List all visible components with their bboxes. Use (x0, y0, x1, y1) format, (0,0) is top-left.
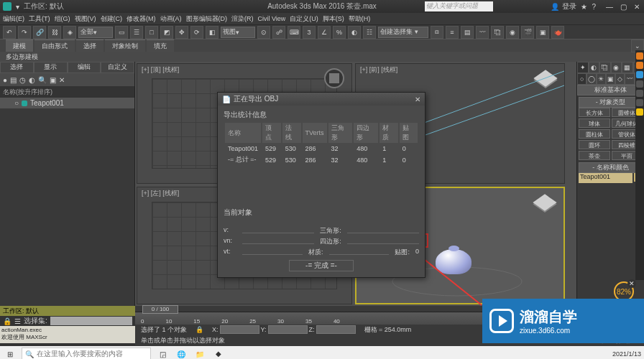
pivot-button[interactable]: ⊙ (257, 26, 270, 39)
se-tool2-icon[interactable]: ◐ (29, 76, 35, 84)
btn-box[interactable]: 长方体 (579, 108, 610, 117)
ribbon-tab-selection[interactable]: 选择 (76, 39, 104, 52)
se-filter-icon[interactable]: ▤ (10, 76, 17, 84)
create-helpers-button[interactable]: ◇ (615, 73, 625, 85)
edge-icon[interactable]: 🌐 (174, 348, 188, 359)
selset-lock-icon[interactable]: 🔒 (3, 317, 12, 325)
ribbon-tab-object-paint[interactable]: 对象绘制 (105, 39, 145, 52)
btn-cylinder[interactable]: 圆柱体 (579, 129, 610, 139)
viewcube-persp[interactable] (533, 192, 556, 215)
scene-item-teapot[interactable]: ○ Teapot001 (0, 98, 134, 108)
cmd-tab-hierarchy[interactable]: ⿻ (599, 62, 611, 73)
region-rect-button[interactable]: □ (145, 26, 158, 39)
unlink-button[interactable]: ⛓ (48, 26, 61, 39)
login-button[interactable]: 👤 登录 (551, 1, 576, 11)
curve-editor-button[interactable]: 〰 (476, 26, 489, 39)
expand-icon[interactable]: ○ (14, 99, 19, 107)
schematic-button[interactable]: ⿻ (491, 26, 504, 39)
scale-button[interactable]: ◧ (206, 26, 218, 39)
bind-button[interactable]: ◈ (63, 26, 76, 39)
menu-customize[interactable]: 自定义(U) (290, 14, 318, 24)
maxscript-listener[interactable]: actionMan.exec 欢迎使用 MAXScr (0, 326, 135, 343)
manipulate-button[interactable]: ☍ (272, 26, 285, 39)
select-button[interactable]: ▭ (115, 26, 128, 39)
redo-button[interactable]: ↷ (18, 26, 31, 39)
rollout-name-color[interactable]: - 名称和颜色 (579, 162, 643, 173)
spinner-snap-button[interactable]: ◐ (348, 26, 361, 39)
ribbon-tab-modeling[interactable]: 建模 (6, 39, 33, 52)
create-lights-button[interactable]: ☀ (597, 73, 606, 85)
workspace-label[interactable]: 工作区: 默认 (24, 1, 64, 11)
lock-selection-icon[interactable]: 🔒 (196, 326, 203, 333)
cmd-tab-create[interactable]: ✦ (577, 62, 589, 73)
vp-top-label[interactable]: [+] [顶] [线框] (142, 65, 179, 75)
explorer-icon[interactable]: 📁 (193, 348, 207, 359)
strip-icon[interactable] (636, 108, 643, 116)
se-search-icon[interactable]: 🔍 (38, 76, 47, 84)
btn-teapot[interactable]: 茶壶 (579, 151, 610, 160)
close-icon[interactable]: ✕ (634, 3, 640, 11)
link-button[interactable]: 🔗 (33, 26, 46, 39)
render-setup-button[interactable]: 🎬 (521, 26, 534, 39)
selection-filter-dropdown[interactable]: 全部 ▾ (78, 27, 113, 38)
menu-tools[interactable]: 工具(T) (29, 14, 50, 24)
ribbon-tab-freeform[interactable]: 自由形式 (34, 39, 75, 52)
app-task-icon[interactable]: ◆ (211, 348, 226, 359)
menu-views[interactable]: 视图(V) (75, 14, 96, 24)
menu-edit[interactable]: 编辑(E) (3, 14, 24, 24)
scene-explorer-list[interactable]: ○ Teapot001 (0, 98, 134, 284)
menu-group[interactable]: 组(G) (55, 14, 70, 24)
menu-create[interactable]: 创建(C) (101, 14, 123, 24)
create-geometry-button[interactable]: ○ (577, 73, 586, 85)
create-category-dropdown[interactable]: 标准基本体 (577, 85, 644, 95)
cmd-tab-motion[interactable]: ◉ (611, 62, 622, 73)
btn-sphere[interactable]: 球体 (579, 118, 610, 128)
angle-snap-button[interactable]: ∠ (318, 26, 331, 39)
strip-icon[interactable] (636, 99, 643, 106)
create-space-button[interactable]: 〰 (625, 73, 634, 85)
keyboard-shortcut-button[interactable]: ⌨ (288, 26, 300, 39)
window-crossing-button[interactable]: ◩ (160, 26, 173, 39)
lp-tab-edit[interactable]: 编辑 (68, 62, 101, 73)
ribbon-tab-populate[interactable]: 填充 (147, 39, 174, 52)
windows-search-input[interactable]: 🔍 在这里输入你要搜索的内容 (22, 348, 151, 359)
undo-button[interactable]: ↶ (3, 26, 16, 39)
help-search-input[interactable]: 键入关键字或问题 (425, 1, 493, 11)
mirror-button[interactable]: ⧈ (431, 26, 443, 39)
main-menu[interactable]: 编辑(E) 工具(T) 组(G) 视图(V) 创建(C) 修改器(M) 动画(A… (0, 13, 644, 24)
cmd-tab-display[interactable]: ▦ (622, 62, 633, 73)
strip-icon[interactable] (636, 52, 643, 60)
coord-z-input[interactable] (316, 325, 356, 334)
material-editor-button[interactable]: ◉ (506, 26, 519, 39)
object-name-field[interactable]: Teapot001 (579, 173, 632, 183)
btn-torus[interactable]: 圆环 (579, 140, 610, 149)
coord-x-input[interactable] (220, 325, 259, 334)
strip-icon[interactable] (636, 80, 643, 88)
menu-render[interactable]: 渲染(R) (231, 14, 254, 24)
menu-maxscript[interactable]: 脚本(S) (323, 14, 344, 24)
menu-help[interactable]: 帮助(H) (349, 14, 371, 24)
strip-icon[interactable] (636, 71, 643, 78)
rotate-button[interactable]: ⟳ (190, 26, 203, 39)
menu-modifiers[interactable]: 修改器(M) (126, 14, 156, 24)
se-refresh-icon[interactable]: ● (3, 76, 7, 84)
se-tool1-icon[interactable]: ◷ (19, 76, 26, 84)
snap-toggle-button[interactable]: 3 (303, 26, 316, 39)
time-marker[interactable]: 0 / 100 (142, 305, 178, 314)
create-cameras-button[interactable]: ▣ (606, 73, 615, 85)
cmd-tab-modify[interactable]: ◐ (589, 62, 600, 73)
rollout-object-type[interactable]: - 对象类型 (579, 97, 643, 108)
teapot-3d-object[interactable] (436, 249, 472, 274)
task-view-button[interactable]: ◲ (155, 348, 170, 359)
help-icon[interactable]: ? (592, 3, 596, 11)
layers-button[interactable]: ▤ (461, 26, 474, 39)
favorites-icon[interactable]: ★ (581, 3, 587, 11)
maximize-icon[interactable]: ▢ (620, 3, 627, 11)
viewcube-top[interactable] (324, 68, 344, 88)
windows-taskbar[interactable]: ⊞ 🔍 在这里输入你要搜索的内容 ◲ 🌐 📁 ◆ 2021/1/13 (0, 346, 644, 359)
lp-tab-custom[interactable]: 自定义 (101, 62, 134, 73)
refcoord-dropdown[interactable]: 视图 ▾ (221, 27, 255, 38)
minimize-icon[interactable]: — (606, 3, 613, 11)
selset-field[interactable] (50, 317, 132, 325)
create-shapes-button[interactable]: ◯ (586, 73, 596, 85)
